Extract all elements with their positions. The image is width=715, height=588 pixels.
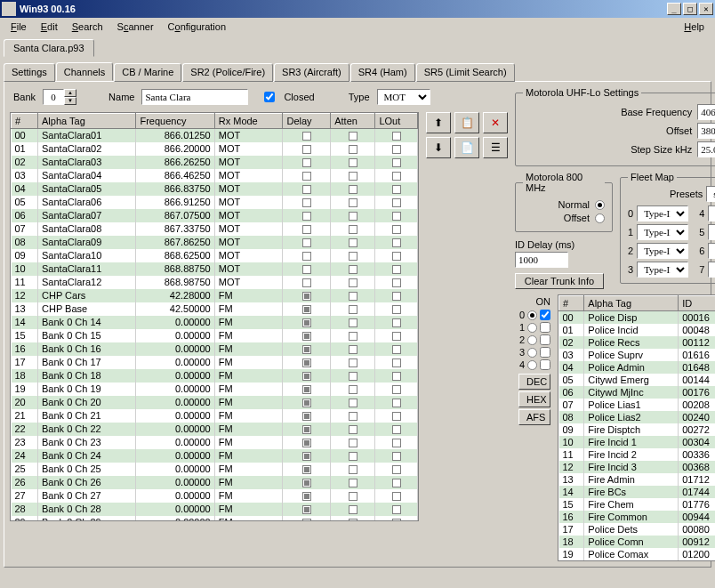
- id-row[interactable]: 08Police Lias200240: [559, 411, 716, 423]
- id-row[interactable]: 00Police Disp00016: [559, 311, 716, 324]
- channel-row[interactable]: 25Bank 0 Ch 250.00000FM: [12, 463, 418, 476]
- name-input[interactable]: [141, 89, 248, 105]
- step-input[interactable]: [697, 141, 715, 157]
- delay-checkbox[interactable]: [302, 225, 311, 234]
- delay-checkbox[interactable]: [302, 412, 311, 421]
- on-check-0[interactable]: [540, 310, 550, 320]
- maximize-button[interactable]: □: [683, 3, 697, 15]
- menu-config[interactable]: Configuration: [161, 20, 233, 34]
- channel-row[interactable]: 14Bank 0 Ch 140.00000FM: [12, 316, 418, 329]
- channel-row[interactable]: 04SantaClara05866.83750MOT: [12, 182, 418, 196]
- delay-checkbox[interactable]: [302, 439, 311, 447]
- channel-row[interactable]: 15Bank 0 Ch 150.00000FM: [12, 329, 418, 342]
- channel-row[interactable]: 08SantaClara09867.86250MOT: [12, 236, 418, 249]
- id-row[interactable]: 11Fire Incid 200336: [559, 448, 716, 461]
- on-radio-1[interactable]: [527, 323, 537, 333]
- minimize-button[interactable]: _: [667, 3, 681, 15]
- channel-row[interactable]: 02SantaClara03866.26250MOT: [12, 156, 418, 169]
- fleet-type-7[interactable]: Type-II: [708, 262, 715, 278]
- channel-row[interactable]: 20Bank 0 Ch 200.00000FM: [12, 396, 418, 409]
- channel-row[interactable]: 19Bank 0 Ch 190.00000FM: [12, 383, 418, 396]
- bank-up[interactable]: ▲: [64, 89, 76, 97]
- id-row[interactable]: 19Police Comax01200: [559, 548, 716, 560]
- col-header[interactable]: Atten: [331, 114, 375, 129]
- lout-checkbox[interactable]: [392, 212, 401, 221]
- col-header[interactable]: #: [12, 114, 38, 129]
- atten-checkbox[interactable]: [349, 479, 358, 487]
- tab-cb-marine[interactable]: CB / Marine: [114, 63, 181, 82]
- on-check-3[interactable]: [540, 347, 550, 358]
- id-row[interactable]: 04Police Admin01648: [559, 361, 716, 374]
- atten-checkbox[interactable]: [349, 345, 358, 354]
- tab-sr4-ham-[interactable]: SR4 (Ham): [350, 63, 415, 82]
- channel-row[interactable]: 22Bank 0 Ch 220.00000FM: [12, 423, 418, 436]
- id-row[interactable]: 17Police Dets00080: [559, 523, 716, 536]
- atten-checkbox[interactable]: [349, 358, 358, 367]
- menu-edit[interactable]: Edit: [34, 20, 65, 34]
- channel-row[interactable]: 21Bank 0 Ch 210.00000FM: [12, 409, 418, 423]
- fleet-type-1[interactable]: Type-II: [637, 224, 688, 240]
- col-header[interactable]: Rx Mode: [214, 114, 283, 129]
- atten-checkbox[interactable]: [349, 439, 358, 447]
- atten-checkbox[interactable]: [349, 238, 358, 247]
- delay-checkbox[interactable]: [302, 505, 311, 514]
- lout-checkbox[interactable]: [392, 225, 401, 234]
- lout-checkbox[interactable]: [392, 358, 401, 367]
- paste-button[interactable]: 📄: [454, 137, 479, 158]
- delay-checkbox[interactable]: [302, 465, 311, 474]
- atten-checkbox[interactable]: [349, 318, 358, 327]
- id-col-header[interactable]: Alpha Tag: [584, 296, 679, 311]
- copy-button[interactable]: 📋: [454, 112, 479, 133]
- tab-sr2-police-fire-[interactable]: SR2 (Police/Fire): [182, 63, 273, 82]
- tab-channels[interactable]: Channels: [56, 62, 113, 81]
- presets-select[interactable]: select...: [706, 186, 715, 202]
- delay-checkbox[interactable]: [302, 198, 311, 207]
- atten-checkbox[interactable]: [349, 265, 358, 274]
- channel-row[interactable]: 28Bank 0 Ch 280.00000FM: [12, 503, 418, 516]
- atten-checkbox[interactable]: [349, 465, 358, 474]
- move-down-button[interactable]: ⬇: [426, 137, 451, 158]
- list-button[interactable]: ☰: [483, 137, 508, 158]
- channel-row[interactable]: 27Bank 0 Ch 270.00000FM: [12, 489, 418, 503]
- delay-checkbox[interactable]: [302, 519, 311, 521]
- on-radio-4[interactable]: [527, 360, 537, 370]
- delay-checkbox[interactable]: [302, 332, 311, 341]
- delay-checkbox[interactable]: [302, 425, 311, 434]
- col-header[interactable]: Frequency: [136, 114, 214, 129]
- lout-checkbox[interactable]: [392, 412, 401, 421]
- id-col-header[interactable]: ID: [679, 296, 715, 311]
- lout-checkbox[interactable]: [392, 439, 401, 447]
- lout-checkbox[interactable]: [392, 185, 401, 194]
- id-row[interactable]: 09Fire Disptch00272: [559, 423, 716, 436]
- channel-row[interactable]: 24Bank 0 Ch 240.00000FM: [12, 449, 418, 463]
- id-delay-input[interactable]: [515, 252, 568, 268]
- id-grid[interactable]: #Alpha TagIDLOut00Police Disp0001601Poli…: [558, 294, 715, 561]
- menu-search[interactable]: Search: [65, 20, 110, 34]
- fleet-type-0[interactable]: Type-II: [637, 205, 688, 222]
- lout-checkbox[interactable]: [392, 158, 401, 167]
- atten-checkbox[interactable]: [349, 172, 358, 181]
- lout-checkbox[interactable]: [392, 265, 401, 274]
- delay-checkbox[interactable]: [302, 399, 311, 407]
- delay-checkbox[interactable]: [302, 145, 311, 154]
- id-row[interactable]: 02Police Recs00112: [559, 336, 716, 349]
- fleet-type-6[interactable]: Type-II: [708, 243, 715, 259]
- col-header[interactable]: LOut: [375, 114, 418, 129]
- id-row[interactable]: 03Police Suprv01616: [559, 349, 716, 361]
- type-select[interactable]: MOT: [377, 89, 430, 105]
- channel-row[interactable]: 26Bank 0 Ch 260.00000FM: [12, 476, 418, 489]
- delay-checkbox[interactable]: [302, 479, 311, 487]
- atten-checkbox[interactable]: [349, 185, 358, 194]
- col-header[interactable]: Delay: [283, 114, 331, 129]
- channel-row[interactable]: 05SantaClara06866.91250MOT: [12, 196, 418, 209]
- atten-checkbox[interactable]: [349, 212, 358, 221]
- offset-input[interactable]: [697, 123, 715, 139]
- atten-checkbox[interactable]: [349, 492, 358, 501]
- delay-checkbox[interactable]: [302, 358, 311, 367]
- offset-radio[interactable]: [595, 213, 605, 223]
- on-radio-0[interactable]: [527, 310, 537, 320]
- channel-row[interactable]: 10SantaClara11868.88750MOT: [12, 262, 418, 276]
- file-tab[interactable]: Santa Clara.p93: [4, 39, 94, 57]
- channel-row[interactable]: 09SantaClara10868.62500MOT: [12, 249, 418, 262]
- on-check-2[interactable]: [540, 334, 550, 345]
